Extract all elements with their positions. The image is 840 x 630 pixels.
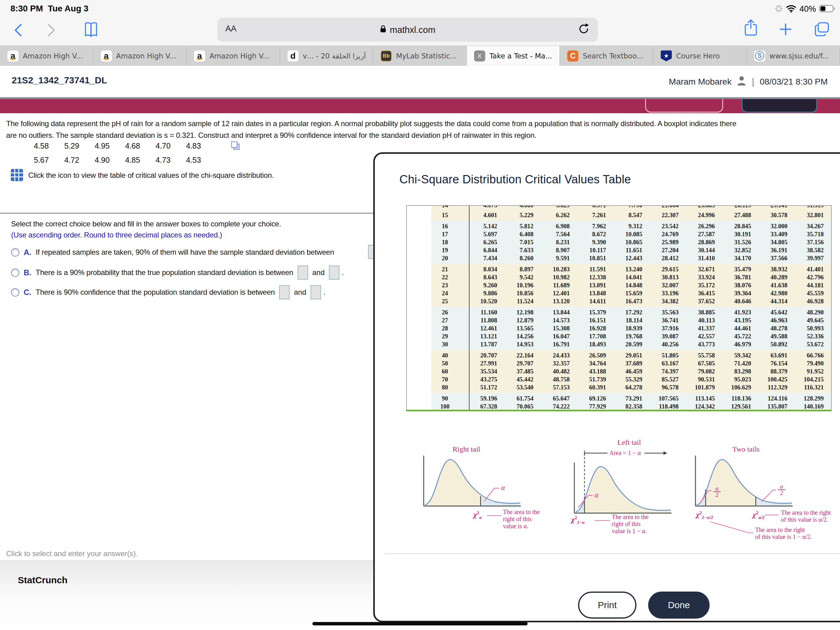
table-band-group: 154.6015.2296.2627.2618.54722.30724.9962… [431, 209, 831, 220]
tab-4[interactable]: dآريزا الحلقة 20 - ...v [280, 46, 374, 66]
table-row-df-20: 207.4348.2609.59110.85112.44328.41231.41… [431, 254, 831, 262]
tab-label: MyLab Statistic... [396, 52, 456, 60]
choice-c-period: . [324, 288, 325, 296]
radio-choice-a[interactable] [11, 248, 19, 256]
tabs-overview-icon[interactable] [814, 22, 829, 36]
alpha-label: α [501, 484, 505, 492]
person-icon [737, 76, 746, 88]
user-name[interactable]: Maram Mobarek [669, 77, 731, 87]
table-row-df-29: 2913.12114.25616.04717.70819.76839.08742… [431, 332, 831, 340]
data-value: 5.67 [34, 156, 64, 165]
table-row-df-21: 218.0348.89710.28311.59113.24029.61532.6… [431, 265, 831, 273]
tab-2[interactable]: aAmazon High V... [93, 46, 187, 66]
choice-row-a: A. If repeated samples are taken, 90% of… [11, 244, 334, 260]
header-separator: | [752, 77, 754, 87]
choice-row-c: C. There is 90% confidence that the popu… [11, 284, 325, 300]
clipped-button-light[interactable] [645, 99, 723, 112]
bookmarks-icon[interactable] [84, 22, 98, 38]
alpha-over-2-right: α2 [777, 484, 786, 495]
chegg-icon: C [567, 51, 578, 62]
tab-6[interactable]: XTake a Test - Ma... [467, 46, 560, 66]
table-row-df-17: 175.6976.4087.5648.67210.08524.76927.587… [431, 230, 831, 238]
tab-9[interactable]: ⓢwww.sjsu.edu/f... [747, 46, 840, 66]
problem-text-line1: The following data represent the pH of r… [6, 119, 736, 128]
radio-choice-c[interactable] [11, 288, 19, 296]
share-icon[interactable] [744, 19, 758, 36]
tab-5[interactable]: BbMyLab Statistic... [373, 46, 467, 66]
critical-values-table: 144.0754.6605.6296.5717.79021.06423.6852… [406, 205, 832, 411]
tab-label: www.sjsu.edu/f... [770, 52, 829, 60]
right-tail-diagram: Right tail α χ2α The area to the right o… [421, 445, 562, 546]
modal-divider [385, 553, 840, 554]
data-value: 4.83 [186, 141, 216, 150]
lock-icon [380, 25, 386, 35]
choice-a-label: A. [24, 248, 32, 257]
done-button[interactable]: Done [648, 592, 710, 619]
radio-choice-b[interactable] [11, 269, 19, 277]
address-bar[interactable]: AA mathxl.com [217, 18, 598, 42]
two-tails-diagram: Two tails α2 α2 χ21−α/2 χ2α/2 The area t… [692, 445, 840, 555]
choice-c-text: There is 90% confidence that the populat… [36, 288, 275, 296]
answer-box-b2[interactable] [329, 266, 339, 280]
testx-icon: X [474, 51, 485, 62]
back-button[interactable] [14, 24, 23, 37]
answer-box-b1[interactable] [298, 266, 308, 280]
tab-label: Search Textboo... [583, 52, 643, 60]
table-band-group: 218.0348.89710.28311.59113.24029.61532.6… [431, 264, 831, 307]
tab-3[interactable]: aAmazon High V... [186, 46, 280, 66]
table-divider-rule [469, 206, 469, 410]
table-band-group: 165.1425.8126.9087.9629.31223.54226.2962… [431, 220, 831, 264]
two-tails-title: Two tails [733, 445, 759, 453]
answer-box-c1[interactable] [279, 285, 290, 299]
table-hint-text: Click the icon to view the table of crit… [28, 171, 274, 180]
table-row-df-19: 196.8447.6338.90710.11711.65127.20430.14… [431, 246, 831, 254]
user-block: Maram Mobarek | 08/03/21 8:30 PM [669, 76, 828, 88]
tab-label: Amazon High V... [116, 52, 176, 60]
table-row-df-40: 4020.70722.16424.43326.50929.05151.80555… [431, 351, 831, 359]
answer-box-c2[interactable] [311, 285, 321, 299]
caption-connector [748, 532, 753, 533]
forward-button[interactable] [47, 24, 56, 37]
home-indicator[interactable] [313, 622, 527, 625]
status-time: 8:30 PM Tue Aug 3 [11, 4, 88, 14]
table-row-df-16: 165.1425.8126.9087.9629.31223.54226.2962… [431, 222, 831, 230]
section-divider [0, 213, 374, 214]
tab-1[interactable]: aAmazon High V... [0, 46, 93, 66]
table-icon[interactable] [11, 169, 24, 183]
print-button[interactable]: Print [578, 592, 636, 619]
statcrunch-link[interactable]: StatCrunch [18, 575, 68, 586]
loading-spinner-icon [775, 5, 783, 14]
sjsu-icon: ⓢ [754, 51, 765, 62]
clipped-button-dark[interactable] [742, 99, 817, 112]
data-value: 4.72 [64, 156, 95, 165]
data-value: 4.90 [95, 156, 125, 165]
table-row-df-15: 154.6015.2296.2627.2618.54722.30724.9962… [431, 211, 831, 219]
blackboard-icon: Bb [381, 51, 392, 62]
problem-text-line2: are no outliers. The sample standard dev… [6, 131, 537, 140]
reload-icon[interactable] [578, 22, 590, 37]
table-row-df-90: 9059.19661.75465.64769.12673.291107.5651… [431, 394, 831, 402]
copy-data-icon[interactable] [231, 141, 240, 153]
choice-b-label: B. [24, 268, 32, 277]
data-value: 5.29 [64, 141, 95, 150]
new-tab-icon[interactable] [779, 23, 792, 36]
caption-line: The area to the [503, 508, 540, 516]
table-row-df-30: 3013.78714.95316.79118.49320.59940.25643… [431, 340, 831, 348]
tab-label: Course Hero [676, 52, 720, 60]
table-row-df-70: 7043.27545.44248.75851.73955.32985.52790… [431, 375, 831, 383]
url-display: mathxl.com [217, 18, 598, 42]
table-row-df-24: 249.88610.85612.40113.84815.65933.19636.… [431, 289, 831, 297]
caption-connector [595, 520, 610, 521]
data-value: 4.73 [156, 156, 186, 165]
tab-7[interactable]: CSearch Textboo... [560, 46, 654, 66]
amazon-icon: a [101, 51, 112, 62]
choice-a-text: If repeated samples are taken, 90% of th… [36, 248, 334, 256]
chi-alpha-2-symbol: χ2α/2 [753, 510, 765, 520]
battery-icon [819, 5, 835, 14]
amazon-icon: a [194, 51, 205, 62]
caption-line: value is α. [503, 522, 528, 530]
tab-8[interactable]: ★Course Hero [654, 46, 747, 66]
table-band-group: 2611.16012.19813.84415.37917.29235.56338… [431, 307, 831, 350]
data-value: 4.58 [34, 141, 64, 150]
chi-one-minus-alpha-2-symbol: χ21−α/2 [696, 510, 713, 520]
